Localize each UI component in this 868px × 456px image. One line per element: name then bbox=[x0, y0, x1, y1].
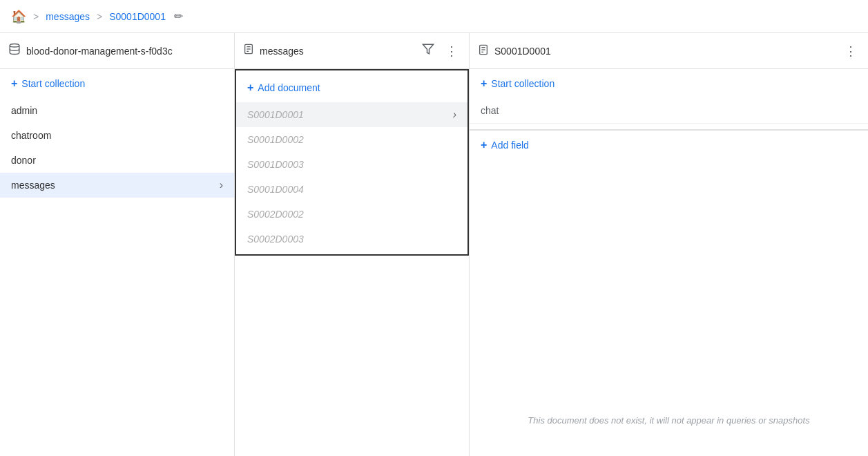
collection-item-messages[interactable]: messages › bbox=[0, 173, 234, 198]
collection-list: admin chatroom donor messages › bbox=[0, 98, 234, 198]
col2-actions: ⋮ bbox=[419, 40, 461, 61]
document-detail-icon bbox=[478, 44, 489, 58]
start-collection-label: Start collection bbox=[21, 78, 85, 89]
document-item-s0001d0001[interactable]: S0001D0001 › bbox=[236, 102, 467, 127]
document-icon bbox=[243, 43, 254, 59]
collections-panel: blood-donor-management-s-f0d3c + Start c… bbox=[0, 33, 235, 456]
svg-point-0 bbox=[10, 44, 19, 48]
start-collection-button[interactable]: + Start collection bbox=[0, 69, 234, 98]
home-icon[interactable]: 🏠 bbox=[11, 9, 26, 24]
col1-header: blood-donor-management-s-f0d3c bbox=[0, 33, 234, 69]
doc-not-exist-message: This document does not exist, it will no… bbox=[470, 386, 868, 456]
collection-item-chatroom[interactable]: chatroom bbox=[0, 123, 234, 148]
more-icon: ⋮ bbox=[845, 44, 857, 58]
doc-id-label: S0001D0003 bbox=[247, 159, 304, 170]
add-document-button[interactable]: + Add document bbox=[236, 73, 467, 102]
document-item-s0002d0003[interactable]: S0002D0003 bbox=[236, 227, 467, 251]
add-field-label: Add field bbox=[491, 140, 528, 151]
doc-fields: chat bbox=[470, 98, 868, 124]
collection-item-label: messages bbox=[11, 180, 55, 191]
filter-button[interactable] bbox=[419, 40, 437, 61]
database-title: blood-donor-management-s-f0d3c bbox=[26, 46, 226, 57]
doc-detail-title: S0001D0001 bbox=[494, 46, 836, 57]
collection-item-label: donor bbox=[11, 155, 36, 166]
collection-item-donor[interactable]: donor bbox=[0, 148, 234, 173]
col2-header: messages ⋮ bbox=[235, 33, 469, 69]
more-icon: ⋮ bbox=[445, 44, 458, 58]
plus-icon: + bbox=[481, 139, 487, 151]
collection-item-label: chatroom bbox=[11, 130, 51, 141]
doc-id-label: S0001D0001 bbox=[247, 109, 304, 120]
database-icon bbox=[8, 43, 21, 59]
chevron-right-icon: › bbox=[453, 108, 456, 121]
document-item-s0002d0002[interactable]: S0002D0002 bbox=[236, 202, 467, 227]
col3-body: + Start collection chat + Add field This… bbox=[470, 69, 868, 456]
document-item-s0001d0003[interactable]: S0001D0003 bbox=[236, 152, 467, 177]
add-field-button[interactable]: + Add field bbox=[470, 130, 868, 160]
doc-id-label: S0002D0003 bbox=[247, 234, 304, 245]
document-dropdown: + Add document S0001D0001 › S0001D0002 S… bbox=[235, 69, 469, 256]
collection-item-label: admin bbox=[11, 105, 37, 116]
add-document-label: Add document bbox=[258, 82, 320, 93]
col2-title: messages bbox=[260, 46, 414, 57]
doc-id-label: S0001D0002 bbox=[247, 134, 304, 145]
plus-icon: + bbox=[247, 82, 253, 94]
plus-icon: + bbox=[481, 77, 487, 90]
breadcrumb-messages[interactable]: messages bbox=[46, 11, 90, 22]
document-detail-panel: S0001D0001 ⋮ + Start collection chat + A… bbox=[470, 33, 868, 456]
plus-icon: + bbox=[11, 77, 17, 90]
doc-more-options-button[interactable]: ⋮ bbox=[842, 41, 860, 61]
breadcrumb-doc-id[interactable]: S0001D0001 bbox=[109, 11, 166, 22]
main-layout: blood-donor-management-s-f0d3c + Start c… bbox=[0, 33, 868, 456]
document-item-s0001d0002[interactable]: S0001D0002 bbox=[236, 127, 467, 152]
svg-marker-5 bbox=[423, 44, 434, 54]
doc-id-label: S0002D0002 bbox=[247, 209, 304, 220]
chevron-right-icon: › bbox=[220, 179, 223, 191]
more-options-button[interactable]: ⋮ bbox=[443, 41, 461, 61]
collection-item-admin[interactable]: admin bbox=[0, 98, 234, 123]
edit-icon[interactable]: ✏ bbox=[174, 10, 183, 23]
doc-id-label: S0001D0004 bbox=[247, 184, 304, 195]
doc-start-collection-button[interactable]: + Start collection bbox=[470, 69, 868, 98]
document-item-s0001d0004[interactable]: S0001D0004 bbox=[236, 177, 467, 202]
breadcrumb-bar: 🏠 > messages > S0001D0001 ✏ bbox=[0, 0, 868, 33]
documents-panel: messages ⋮ + Add document S0001D0001 bbox=[235, 33, 470, 456]
field-key: chat bbox=[481, 105, 536, 116]
col3-header: S0001D0001 ⋮ bbox=[470, 33, 868, 69]
doc-start-collection-label: Start collection bbox=[491, 78, 554, 89]
field-row-chat: chat bbox=[470, 98, 868, 124]
